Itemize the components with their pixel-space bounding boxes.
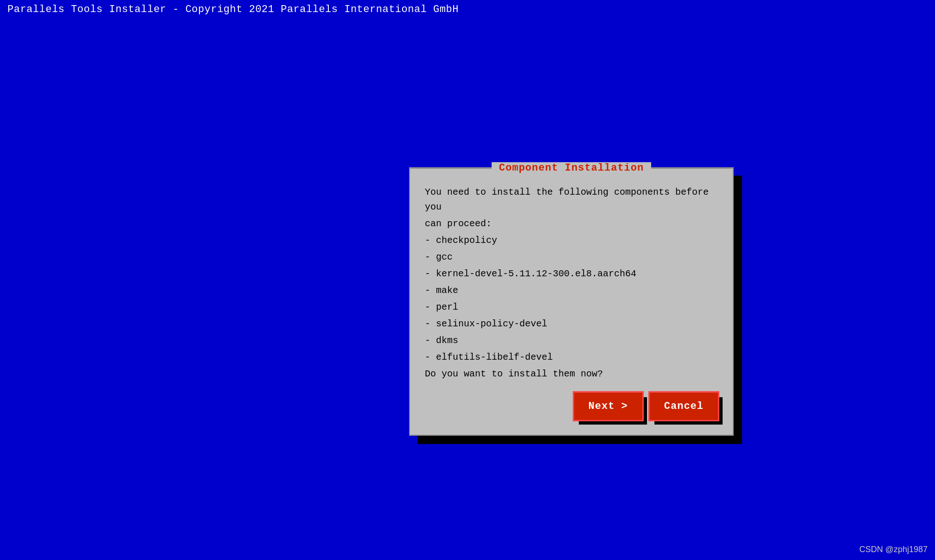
dialog-shadow: Component Installation You need to insta… <box>409 167 734 436</box>
component-elfutils: - elfutils-libelf-devel <box>425 350 718 365</box>
title-line-right <box>651 167 724 168</box>
next-button-wrapper: Next > <box>574 393 642 420</box>
body-line1: You need to install the following compon… <box>425 185 718 215</box>
next-button[interactable]: Next > <box>574 393 642 420</box>
dialog-title: Component Installation <box>492 162 651 174</box>
body-line2: can proceed: <box>425 216 718 231</box>
component-make: - make <box>425 283 718 298</box>
component-kernel-devel: - kernel-devel-5.11.12-300.el8.aarch64 <box>425 267 718 281</box>
component-perl: - perl <box>425 300 718 315</box>
component-gcc: - gcc <box>425 250 718 265</box>
title-text: Parallels Tools Installer - Copyright 20… <box>7 4 459 15</box>
component-checkpolicy: - checkpolicy <box>425 233 718 248</box>
component-installation-dialog: Component Installation You need to insta… <box>409 167 734 436</box>
dialog-overlay: Component Installation You need to insta… <box>409 167 734 436</box>
title-bar: Parallels Tools Installer - Copyright 20… <box>0 0 935 19</box>
title-line-left <box>419 167 492 168</box>
watermark: CSDN @zphj1987 <box>859 545 928 554</box>
install-question: Do you want to install them now? <box>425 367 718 382</box>
dialog-body: You need to install the following compon… <box>410 180 733 435</box>
component-selinux: - selinux-policy-devel <box>425 317 718 331</box>
component-dkms: - dkms <box>425 333 718 348</box>
dialog-content: You need to install the following compon… <box>425 185 718 382</box>
dialog-title-bar: Component Installation <box>410 162 733 174</box>
dialog-buttons: Next > Cancel <box>425 393 718 422</box>
cancel-button-wrapper: Cancel <box>650 393 718 420</box>
cancel-button[interactable]: Cancel <box>650 393 718 420</box>
